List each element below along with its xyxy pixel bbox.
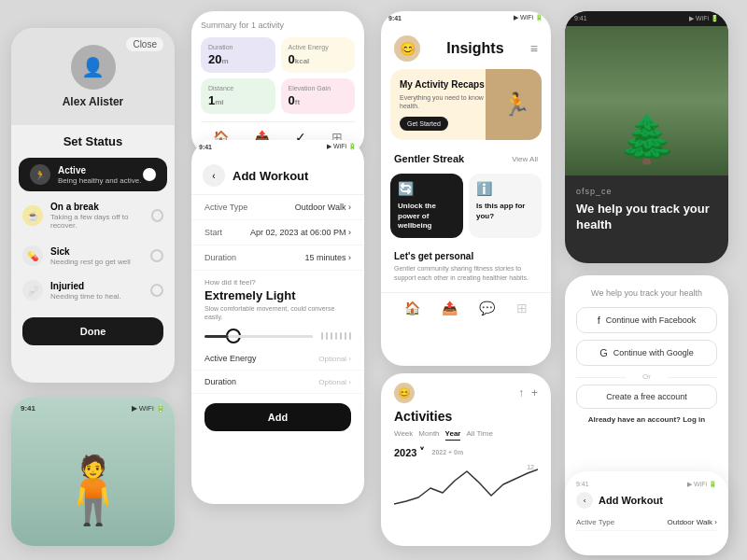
elevation-label: Elevation Gain: [289, 85, 348, 91]
year-label: 2023 ˅ 2022 + 0m: [394, 446, 538, 458]
workout-sm-type-label: Active Type: [576, 518, 614, 526]
distance-label: Distance: [208, 85, 268, 91]
active-desc: Being healthy and active.: [58, 176, 141, 185]
profile-section: Close 👤 Alex Alister: [11, 28, 175, 125]
facebook-button[interactable]: f Continue with Facebook: [576, 307, 717, 333]
insights-card: 9:41 ▶ WiFi 🔋 😊 Insights ≡ My Activity R…: [381, 11, 551, 366]
nav-chat[interactable]: 💬: [479, 301, 495, 315]
tick-1: [321, 332, 323, 340]
injured-desc: Needing time to heal.: [50, 292, 121, 301]
streak-card-dark[interactable]: 🔄 Unlock the power of wellbeing: [390, 174, 463, 238]
sick-radio: [150, 249, 163, 262]
status-injured[interactable]: 🩹 Injuried Needing time to heal.: [11, 273, 175, 308]
injured-icon: 🩹: [22, 280, 43, 301]
break-label: On a break: [50, 202, 151, 212]
scene-icon: 🌲: [618, 112, 676, 166]
duration-value: 20m: [208, 52, 268, 66]
elevation-box: Elevation Gain 0ft: [281, 78, 356, 114]
duration-optional-row[interactable]: Duration Optional ›: [191, 371, 364, 394]
sick-label: Sick: [50, 246, 131, 257]
duration-box: Duration 20m: [201, 37, 275, 73]
insights-header: 😊 Insights ≡: [381, 24, 551, 69]
distance-box: Distance 1mi: [201, 78, 275, 114]
add-workout-sm-card: 9:41 ▶ WiFi 🔋 ‹ Add Workout Active Type …: [565, 471, 728, 555]
duration-opt-value: Optional ›: [318, 378, 351, 386]
streak-text-1: Unlock the power of wellbeing: [398, 202, 456, 231]
break-icon: ☕: [22, 205, 43, 226]
act-icons: ↑ +: [518, 386, 538, 399]
active-energy-row[interactable]: Active Energy Optional ›: [191, 347, 364, 371]
google-icon: G: [599, 347, 608, 358]
injured-radio: [150, 284, 163, 297]
start-label: Start: [204, 228, 222, 237]
health-time: 9:41: [574, 15, 587, 22]
tab-all-time[interactable]: All Time: [466, 427, 492, 441]
feel-level: Extremely Light: [204, 288, 351, 302]
nav-home[interactable]: 🏠: [404, 301, 420, 315]
nav-share[interactable]: 📤: [442, 301, 458, 315]
done-button[interactable]: Done: [22, 317, 163, 345]
activities-top: 😊 ↑ +: [394, 383, 538, 403]
duration-opt-label: Duration: [204, 377, 236, 386]
start-value: Apr 02, 2023 at 06:00 PM ›: [250, 228, 351, 237]
share-icon[interactable]: ↑: [518, 386, 524, 399]
status-icons: ▶ WiFi 🔋: [327, 143, 357, 150]
intensity-slider[interactable]: [191, 325, 364, 347]
workout-sm-header: ‹ Add Workout: [576, 492, 717, 509]
active-icon: 🏃: [30, 164, 50, 185]
duration-label: Duration: [204, 253, 236, 262]
tick-4: [335, 332, 337, 340]
workout-sm-type-value: Outdoor Walk ›: [668, 518, 718, 526]
add-icon[interactable]: +: [531, 386, 538, 399]
feel-desc: Slow comfortable movement, could convers…: [204, 304, 351, 321]
status-sick[interactable]: 💊 Sick Needing rest go get well: [11, 239, 175, 273]
sick-icon: 💊: [22, 245, 43, 266]
close-button[interactable]: Close: [126, 37, 163, 51]
back-button[interactable]: ‹: [203, 164, 225, 187]
personal-section: Let's get personal Gentler community sha…: [381, 245, 551, 288]
view-all-button[interactable]: View All: [512, 155, 538, 163]
duration-label: Duration: [208, 44, 268, 50]
sm-status-time: 9:41: [576, 481, 589, 488]
active-energy-label: Active Energy: [204, 354, 257, 363]
activities-card: 😊 ↑ + Activities Week Month Year All Tim…: [381, 373, 551, 546]
streak-header: Gentler Streak View All: [381, 147, 551, 170]
insights-title: Insights: [446, 40, 503, 57]
banner-image: 🏃: [486, 69, 542, 140]
facebook-icon: f: [598, 315, 600, 326]
slider-track[interactable]: [204, 335, 313, 338]
menu-icon[interactable]: ≡: [530, 41, 538, 56]
streak-card-light[interactable]: ℹ️ Is this app for you?: [469, 174, 542, 238]
avatar: 👤: [71, 45, 116, 90]
active-type-label: Active Type: [204, 203, 247, 212]
tick-7: [349, 332, 351, 340]
get-started-button[interactable]: Get Started: [400, 117, 448, 131]
status-break[interactable]: ☕ On a break Taking a few days off to re…: [11, 195, 175, 237]
duration-row[interactable]: Duration 15 minutes ›: [191, 245, 364, 271]
add-button[interactable]: Add: [204, 403, 351, 431]
login-action[interactable]: Log in: [683, 415, 705, 424]
create-account-button[interactable]: Create a free account: [576, 385, 717, 409]
active-type-row[interactable]: Active Type Outdoor Walk ›: [191, 195, 364, 220]
distance-value: 1mi: [208, 93, 268, 107]
tab-month[interactable]: Month: [418, 427, 439, 441]
break-desc: Taking a few days off to recover.: [50, 213, 151, 230]
start-row[interactable]: Start Apr 02, 2023 at 06:00 PM ›: [191, 220, 364, 245]
status-bar: 9:41 ▶ WiFi 🔋: [191, 140, 364, 153]
back-sm-button[interactable]: ‹: [576, 492, 593, 509]
tab-week[interactable]: Week: [394, 427, 413, 441]
feel-prompt: How did it feel?: [204, 278, 351, 287]
google-button[interactable]: G Continue with Google: [576, 340, 717, 366]
injured-label: Injuried: [50, 281, 121, 291]
status-active[interactable]: 🏃 Active Being healthy and active.: [19, 158, 167, 191]
nav-grid[interactable]: ⊞: [516, 301, 528, 315]
tab-year[interactable]: Year: [445, 427, 461, 441]
workout-sm-type-row[interactable]: Active Type Outdoor Walk ›: [576, 514, 717, 531]
google-label: Continue with Google: [613, 348, 694, 357]
personal-title: Let's get personal: [394, 251, 538, 261]
duration-value: 15 minutes ›: [304, 253, 351, 262]
insights-status-bar: 9:41 ▶ WiFi 🔋: [381, 11, 551, 24]
summary-grid: Duration 20m Active Energy 0kcal Distanc…: [201, 37, 355, 114]
activities-tabs: Week Month Year All Time: [394, 427, 538, 441]
streak-icon-2: ℹ️: [476, 181, 534, 196]
